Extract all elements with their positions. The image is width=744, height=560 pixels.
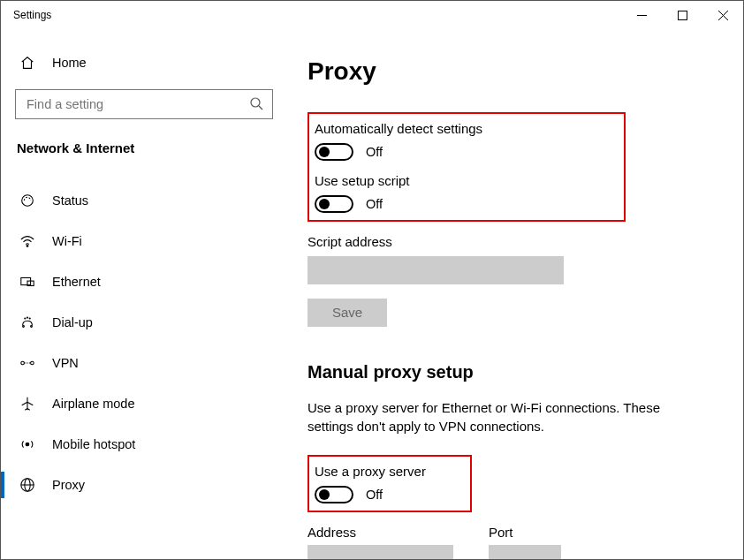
script-address-input (307, 256, 564, 284)
wifi-icon (19, 233, 36, 249)
svg-rect-1 (678, 11, 687, 19)
page-title: Proxy (307, 57, 720, 86)
window-title: Settings (13, 9, 51, 21)
sidebar-item-proxy[interactable]: Proxy (1, 465, 288, 505)
sidebar-item-ethernet[interactable]: Ethernet (1, 261, 288, 302)
sidebar-item-label: Airplane mode (52, 397, 135, 411)
highlight-auto-section: Automatically detect settings Off Use se… (307, 112, 626, 222)
svg-point-6 (22, 195, 34, 207)
sidebar-item-label: Ethernet (52, 275, 101, 289)
manual-proxy-desc: Use a proxy server for Ethernet or Wi-Fi… (307, 398, 687, 435)
setup-script-label: Use setup script (315, 173, 482, 188)
svg-point-7 (27, 246, 28, 247)
proxy-icon (19, 477, 36, 493)
airplane-icon (19, 396, 36, 412)
home-icon (19, 55, 36, 71)
svg-point-12 (27, 317, 27, 318)
sidebar-section-title: Network & Internet (1, 119, 288, 166)
sidebar: Home Network & Internet Status (1, 29, 288, 559)
use-proxy-label: Use a proxy server (315, 464, 426, 479)
sidebar-item-vpn[interactable]: VPN (1, 343, 288, 383)
status-icon (19, 193, 36, 208)
save-button: Save (307, 299, 387, 327)
svg-point-14 (29, 318, 30, 319)
dialup-icon (19, 314, 36, 330)
svg-point-18 (26, 443, 29, 446)
address-input (307, 545, 453, 559)
search-input[interactable] (25, 96, 237, 112)
hotspot-icon (19, 436, 36, 452)
sidebar-item-dialup[interactable]: Dial-up (1, 302, 288, 343)
vpn-icon (19, 355, 36, 371)
use-proxy-state: Off (366, 488, 383, 502)
sidebar-item-label: Proxy (52, 478, 85, 492)
setup-script-toggle[interactable] (315, 195, 353, 213)
use-proxy-toggle[interactable] (315, 486, 353, 503)
manual-proxy-title: Manual proxy setup (307, 362, 720, 382)
sidebar-nav: Status Wi-Fi Ethernet (1, 166, 288, 505)
sidebar-item-label: Mobile hotspot (52, 437, 135, 451)
titlebar: Settings (1, 1, 743, 29)
search-box[interactable] (15, 89, 273, 119)
maximize-button[interactable] (662, 1, 702, 29)
port-input (489, 545, 561, 559)
sidebar-item-label: Wi-Fi (52, 234, 82, 248)
sidebar-item-airplane[interactable]: Airplane mode (1, 383, 288, 424)
svg-line-5 (259, 106, 262, 110)
main-content: Proxy Automatically detect settings Off … (288, 29, 743, 559)
home-label: Home (52, 56, 87, 70)
auto-detect-state: Off (366, 145, 383, 159)
auto-detect-label: Automatically detect settings (315, 121, 482, 136)
window-controls (621, 1, 743, 29)
sidebar-item-label: VPN (52, 356, 79, 370)
svg-point-10 (23, 326, 25, 328)
home-nav[interactable]: Home (1, 45, 288, 80)
search-icon (249, 96, 263, 113)
setup-script-state: Off (366, 197, 383, 211)
close-button[interactable] (702, 1, 743, 29)
svg-point-15 (21, 361, 25, 365)
settings-window: Settings Home (0, 0, 744, 560)
script-address-label: Script address (307, 234, 720, 249)
sidebar-item-label: Status (52, 193, 88, 208)
sidebar-item-status[interactable]: Status (1, 180, 288, 221)
auto-detect-toggle[interactable] (315, 143, 353, 161)
ethernet-icon (19, 274, 36, 290)
minimize-button[interactable] (621, 1, 662, 29)
sidebar-item-wifi[interactable]: Wi-Fi (1, 221, 288, 261)
svg-point-13 (25, 318, 26, 319)
port-label: Port (489, 525, 561, 540)
svg-point-4 (251, 98, 260, 107)
svg-point-11 (31, 326, 33, 328)
svg-point-16 (31, 361, 34, 365)
sidebar-item-hotspot[interactable]: Mobile hotspot (1, 424, 288, 465)
address-label: Address (307, 525, 453, 540)
sidebar-item-label: Dial-up (52, 315, 93, 329)
highlight-proxy-section: Use a proxy server Off (307, 455, 472, 512)
